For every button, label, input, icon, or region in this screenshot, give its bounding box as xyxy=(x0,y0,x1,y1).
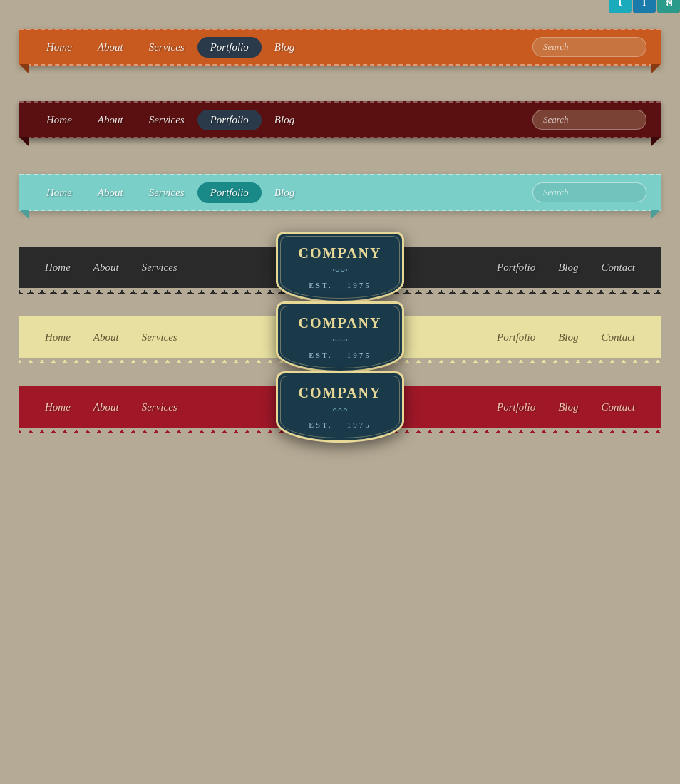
badge-est-2: EST. 1975 xyxy=(309,351,371,359)
badge-services-1[interactable]: Services xyxy=(130,257,189,278)
ribbon-nav-orange: Home About Services Portfolio Blog Searc… xyxy=(19,37,661,58)
badge-about-1[interactable]: About xyxy=(82,257,130,278)
badge-blog-3[interactable]: Blog xyxy=(547,397,589,418)
company-badge-1: COMPANY 〰 EST. 1975 xyxy=(276,232,404,303)
nav-home-2[interactable]: Home xyxy=(34,110,85,130)
search-input-darkred[interactable]: Search xyxy=(532,110,646,130)
est-label-1: EST. xyxy=(309,281,333,289)
nav-blog-2[interactable]: Blog xyxy=(262,110,307,130)
badge-home-1[interactable]: Home xyxy=(34,257,82,278)
badge-blog-2[interactable]: Blog xyxy=(547,327,589,348)
badge-portfolio-1[interactable]: Portfolio xyxy=(485,257,547,278)
nav-orange: Home About Services Portfolio Blog Searc… xyxy=(19,29,661,66)
ribbon-nav-darkred: Home About Services Portfolio Blog Searc… xyxy=(19,110,661,130)
bird-icon-2: 〰 xyxy=(333,333,347,349)
badge-contact-3[interactable]: Contact xyxy=(590,397,647,418)
badge-about-3[interactable]: About xyxy=(82,397,130,418)
badge-home-2[interactable]: Home xyxy=(34,327,82,348)
badge-about-2[interactable]: About xyxy=(82,327,130,348)
badge-contact-2[interactable]: Contact xyxy=(590,327,647,348)
badge-shape-3: COMPANY 〰 EST. 1975 xyxy=(276,371,404,443)
badge-services-2[interactable]: Services xyxy=(130,327,189,348)
badge-shape-1: COMPANY 〰 EST. 1975 xyxy=(276,232,404,303)
nav-about-3[interactable]: About xyxy=(85,182,136,203)
search-input-teal[interactable]: Search xyxy=(532,182,646,202)
nav-orange-wrapper: t f ⎘ Home About Services Portfolio Blog… xyxy=(19,29,661,66)
social-icons-teal: t f ⎘ xyxy=(609,0,680,13)
badge-portfolio-3[interactable]: Portfolio xyxy=(485,397,547,418)
nav-red-badge-wrapper: Home About Services Portfolio Blog Conta… xyxy=(19,386,661,428)
badge-blog-1[interactable]: Blog xyxy=(547,257,589,278)
nav-portfolio-3[interactable]: Portfolio xyxy=(197,182,262,203)
nav-yellow-badge-wrapper: Home About Services Portfolio Blog Conta… xyxy=(19,316,661,358)
company-name-2: COMPANY xyxy=(299,315,382,331)
year-label-1: 1975 xyxy=(347,281,371,289)
badge-portfolio-2[interactable]: Portfolio xyxy=(485,327,547,348)
bird-icon-1: 〰 xyxy=(333,263,347,279)
facebook-icon-3[interactable]: f xyxy=(633,0,656,13)
nav-teal: Home About Services Portfolio Blog Searc… xyxy=(19,174,661,211)
search-input-orange[interactable]: Search xyxy=(532,37,646,57)
nav-portfolio[interactable]: Portfolio xyxy=(197,37,262,58)
nav-blog-3[interactable]: Blog xyxy=(262,182,307,203)
badge-shape-2: COMPANY 〰 EST. 1975 xyxy=(276,301,404,373)
nav-services[interactable]: Services xyxy=(136,37,197,58)
nav-about[interactable]: About xyxy=(85,37,136,58)
badge-home-3[interactable]: Home xyxy=(34,397,82,418)
est-label-3: EST. xyxy=(309,421,333,429)
company-badge-2: COMPANY 〰 EST. 1975 xyxy=(276,301,404,373)
badge-services-3[interactable]: Services xyxy=(130,397,189,418)
nav-services-3[interactable]: Services xyxy=(136,182,197,203)
nav-about-2[interactable]: About xyxy=(85,110,136,130)
bird-icon-3: 〰 xyxy=(333,403,347,419)
est-label-2: EST. xyxy=(309,351,333,359)
nav-home-3[interactable]: Home xyxy=(34,182,85,203)
nav-teal-wrapper: t f ⎘ Home About Services Portfolio Blog… xyxy=(19,174,661,211)
nav-darkred: Home About Services Portfolio Blog Searc… xyxy=(19,101,661,138)
badge-est-3: EST. 1975 xyxy=(309,421,371,429)
nav-portfolio-2[interactable]: Portfolio xyxy=(197,110,262,130)
badge-contact-1[interactable]: Contact xyxy=(590,257,647,278)
ribbon-nav-teal: Home About Services Portfolio Blog Searc… xyxy=(19,182,661,203)
company-badge-3: COMPANY 〰 EST. 1975 xyxy=(276,371,404,443)
company-name-1: COMPANY xyxy=(299,245,382,262)
nav-services-2[interactable]: Services xyxy=(136,110,197,130)
nav-black-badge-wrapper: Home About Services Portfolio Blog Conta… xyxy=(19,247,661,288)
twitter-icon-3[interactable]: t xyxy=(609,0,632,13)
nav-darkred-wrapper: t f ⎘ Home About Services Portfolio Blog… xyxy=(19,101,661,138)
company-name-3: COMPANY xyxy=(299,385,382,401)
rss-icon-3[interactable]: ⎘ xyxy=(657,0,680,13)
nav-blog[interactable]: Blog xyxy=(262,37,307,58)
year-label-2: 1975 xyxy=(347,351,371,359)
year-label-3: 1975 xyxy=(347,421,371,429)
nav-home[interactable]: Home xyxy=(34,37,85,58)
badge-est-1: EST. 1975 xyxy=(309,281,371,289)
